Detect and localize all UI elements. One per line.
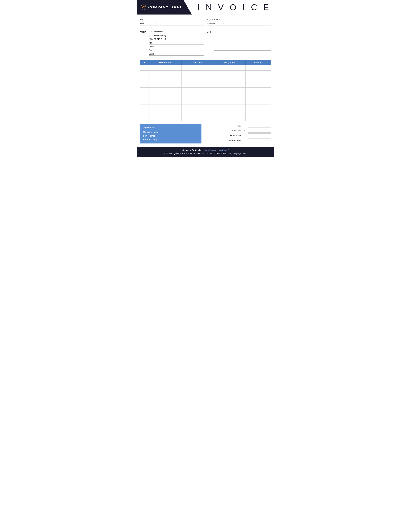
table-row (140, 93, 271, 99)
no-row: No : (140, 18, 204, 21)
grand-total-row: Grand Total (205, 138, 271, 142)
footer-company: Company System Inc. (182, 149, 203, 151)
logo-block: COMPANY LOGO (137, 0, 192, 15)
cell-description-9 (149, 116, 182, 121)
no-colon: : (156, 18, 157, 21)
client-company-name-row: [Company Name] (149, 30, 204, 33)
payment-terms-colon: : (223, 18, 224, 21)
client-phone-row: Phone : (149, 45, 204, 48)
cell-amount-3 (246, 82, 271, 87)
cell-total_hour-0 (181, 65, 212, 71)
payment-company-name: [Company Name] (143, 130, 199, 134)
footer-website[interactable]: http://freewordtemplates.net/ (204, 149, 229, 151)
state-tax-input[interactable] (248, 129, 271, 133)
federal-tax-row: Federal Tax (205, 133, 271, 137)
due-date-label: Due Date (207, 23, 223, 25)
client-fields: [Company Name] [Company Address] [City, … (149, 30, 204, 56)
cell-amount-8 (246, 110, 271, 116)
cell-amount-4 (246, 87, 271, 93)
grand-total-input[interactable] (248, 138, 271, 142)
cell-amount-2 (246, 76, 271, 82)
client-company-name: [Company Name] (149, 31, 204, 33)
cell-no-4 (140, 87, 149, 93)
cell-total_hour-5 (181, 93, 212, 99)
cell-no-8 (140, 110, 149, 116)
cell-total_hour-4 (181, 87, 212, 93)
header: COMPANY LOGO I N V O I C E (137, 0, 274, 15)
client-phone-colon: : (158, 46, 158, 48)
cell-hourly_rate-4 (212, 87, 246, 93)
cell-description-8 (149, 110, 182, 116)
cell-amount-7 (246, 104, 271, 110)
cell-no-0 (140, 65, 149, 71)
cell-description-7 (149, 104, 182, 110)
table-row (140, 110, 271, 116)
table-row (140, 82, 271, 87)
client-address: [Company Address] (149, 34, 204, 37)
cell-amount-6 (246, 99, 271, 104)
cell-amount-9 (246, 116, 271, 121)
cell-hourly_rate-2 (212, 76, 246, 82)
svg-point-0 (141, 5, 146, 10)
payment-bank-name: [Bank Name] (143, 134, 199, 138)
cell-total_hour-3 (181, 82, 212, 87)
invoice-table: No Description Total Hour Hourly Rate Am… (140, 60, 271, 121)
col-hourly-rate: Hourly Rate (212, 60, 246, 65)
cell-amount-5 (246, 93, 271, 99)
client-label: Client : (140, 30, 147, 56)
cell-total_hour-9 (181, 116, 212, 121)
job-block: Job : (207, 30, 271, 56)
cell-description-2 (149, 76, 182, 82)
payment-terms-label: Payment Terms (207, 18, 223, 21)
cell-total_hour-7 (181, 104, 212, 110)
payment-bank-account: [Bank Account] (143, 138, 199, 141)
totals-block: Total State Tax 3% Federal Tax Grand Tot… (205, 124, 271, 142)
total-label: Total (225, 125, 241, 127)
payment-terms-row: Payment Terms : (207, 18, 271, 21)
cell-total_hour-2 (181, 76, 212, 82)
table-row (140, 76, 271, 82)
table-row (140, 71, 271, 76)
col-total-hour: Total Hour (181, 60, 212, 65)
col-description: Description (149, 60, 182, 65)
client-block: Client : [Company Name] [Company Address… (140, 30, 204, 56)
cell-description-4 (149, 87, 182, 93)
cell-total_hour-6 (181, 99, 212, 104)
grand-total-label: Grand Total (225, 139, 241, 142)
cell-description-6 (149, 99, 182, 104)
state-tax-row: State Tax 3% (205, 129, 271, 133)
cell-hourly_rate-8 (212, 110, 246, 116)
col-amount: Amount (246, 60, 271, 65)
cell-hourly_rate-5 (212, 93, 246, 99)
client-city: [City, ST, ZIP Code] (149, 38, 204, 40)
table-header: No Description Total Hour Hourly Rate Am… (140, 60, 271, 65)
cell-description-0 (149, 65, 182, 71)
client-job-section: Client : [Company Name] [Company Address… (137, 29, 274, 57)
client-city-row: [City, ST, ZIP Code] (149, 38, 204, 41)
cell-no-6 (140, 99, 149, 104)
client-address-row: [Company Address] (149, 34, 204, 37)
client-attn-colon: : (158, 42, 158, 44)
total-input[interactable] (248, 124, 271, 128)
federal-tax-input[interactable] (248, 133, 271, 137)
date-colon: : (156, 22, 157, 25)
footer-line-1: Company System Inc. | http://freewordtem… (140, 149, 271, 152)
table-row (140, 87, 271, 93)
client-attn-label: Attn (149, 42, 158, 44)
date-label: Date (140, 23, 156, 25)
client-email-colon: : (158, 53, 158, 55)
cell-description-3 (149, 82, 182, 87)
job-line-4 (214, 48, 271, 51)
cell-amount-1 (246, 71, 271, 76)
cell-no-9 (140, 116, 149, 121)
cell-no-2 (140, 76, 149, 82)
due-date-row: Due Date : (207, 22, 271, 26)
job-label: Job : (207, 30, 212, 56)
table-header-row: No Description Total Hour Hourly Rate Am… (140, 60, 271, 65)
cell-no-1 (140, 71, 149, 76)
cell-description-1 (149, 71, 182, 76)
due-date-colon: : (223, 22, 224, 25)
cell-hourly_rate-6 (212, 99, 246, 104)
footer: Company System Inc. | http://freewordtem… (137, 147, 274, 157)
table-body (140, 65, 271, 121)
